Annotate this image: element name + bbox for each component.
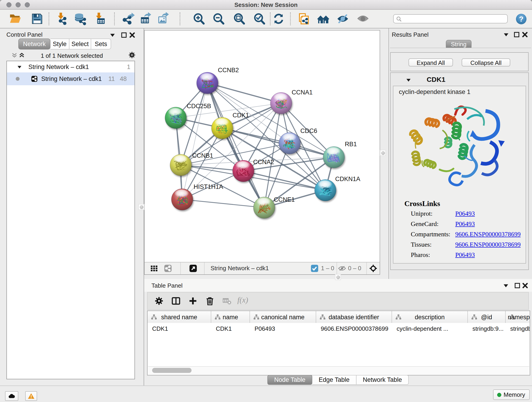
network-row[interactable]: String Network – cdk1 11 48 (7, 72, 134, 85)
tab-network-table[interactable]: Network Table (356, 375, 409, 385)
first-neighbors-icon[interactable] (317, 12, 330, 25)
float-panel-icon[interactable] (109, 32, 115, 38)
column-header-namespace[interactable]: namespace (506, 311, 530, 323)
crosslink-link[interactable]: P06493 (455, 251, 475, 259)
function-builder-button[interactable]: f(x) (237, 296, 248, 304)
tab-string[interactable]: String (446, 40, 472, 48)
expand-all-button[interactable]: Expand All (409, 58, 453, 66)
warning-button[interactable] (25, 391, 37, 401)
selected-checkbox-icon[interactable] (311, 264, 318, 272)
show-all-icon[interactable] (356, 12, 369, 25)
save-session-icon[interactable] (31, 12, 44, 25)
table-toolbar: f(x) (147, 292, 529, 310)
right-splitter-handle[interactable] (380, 150, 386, 156)
export-view-icon[interactable] (189, 264, 197, 272)
cloud-button[interactable] (5, 391, 18, 401)
column-header-label: database identifier (316, 314, 392, 321)
column-header-shared-name[interactable]: shared name (147, 311, 211, 323)
grid-view-icon[interactable] (150, 264, 158, 272)
left-splitter-handle[interactable] (138, 204, 144, 210)
table-row[interactable]: CDK1CDK1P064939606.ENSP00000378699cyclin… (147, 323, 530, 334)
import-network-database-icon[interactable] (74, 12, 87, 25)
column-header-canonical-name[interactable]: canonical name (250, 311, 316, 323)
export-network-icon[interactable] (122, 12, 135, 25)
table-cell[interactable]: stringdb (510, 325, 530, 332)
crosshair-icon[interactable] (369, 264, 377, 272)
network-view-title: String Network – cdk1 (210, 265, 269, 272)
crosslink-link[interactable]: P06493 (455, 220, 475, 228)
toolbar-separator (336, 262, 337, 274)
maximize-table-icon[interactable] (514, 283, 520, 288)
tab-edge-table[interactable]: Edge Table (312, 375, 356, 385)
network-graph[interactable]: CCNB2CCNA1CDC25BCDK1CDC6RB1CCNB1CCNA2CDK… (145, 31, 380, 262)
title-bar[interactable]: Session: New Session (0, 0, 532, 10)
birds-eye-icon[interactable] (164, 264, 172, 272)
tab-select[interactable]: Select (70, 38, 91, 50)
column-header-description[interactable]: description (392, 311, 468, 323)
float-table-icon[interactable] (503, 283, 509, 288)
column-header-name[interactable]: name (211, 311, 250, 323)
column-header--id[interactable]: @id (468, 311, 506, 323)
hidden-eye-icon[interactable] (338, 264, 346, 272)
crosslink-link[interactable]: 9606.ENSP00000378699 (455, 230, 520, 238)
columns-icon[interactable] (171, 296, 181, 306)
hide-selected-icon[interactable] (336, 12, 349, 25)
table-cell[interactable]: stringdb:9... (472, 325, 505, 332)
table-cell[interactable]: CDK1 (152, 325, 211, 332)
export-image-icon[interactable] (157, 12, 170, 25)
tab-sets[interactable]: Sets (91, 38, 111, 50)
open-file-icon[interactable] (9, 12, 22, 25)
import-table-icon[interactable] (94, 12, 106, 25)
table-cell[interactable]: cyclin-dependent ... (397, 325, 467, 332)
import-network-icon[interactable] (56, 12, 68, 25)
search-input[interactable] (393, 14, 508, 23)
table-hscrollbar[interactable] (148, 366, 529, 375)
table-panel-header: Table Panel (144, 279, 532, 292)
tab-style[interactable]: Style (51, 38, 70, 50)
network-options-gear-icon[interactable] (128, 51, 136, 59)
maximize-results-icon[interactable] (514, 32, 520, 38)
maximize-panel-icon[interactable] (121, 32, 127, 38)
svg-text:CCNE1: CCNE1 (274, 196, 295, 203)
network-collection-row[interactable]: String Network – cdk1 1 (7, 61, 134, 72)
table-cell[interactable]: P06493 (254, 325, 316, 332)
gear-icon[interactable] (154, 296, 164, 306)
gene-header[interactable]: CDK1 (391, 73, 528, 86)
float-results-icon[interactable] (503, 32, 509, 38)
table-header-row: shared name name canonical name database… (147, 311, 530, 323)
crosslink-link[interactable]: 9606.ENSP00000378699 (455, 241, 520, 248)
column-header-database-identifier[interactable]: database identifier (316, 311, 392, 323)
close-panel-icon[interactable] (129, 32, 135, 38)
crosslink-link[interactable]: P06493 (455, 210, 475, 217)
collapse-all-button[interactable]: Collapse All (462, 58, 510, 66)
refresh-icon[interactable] (272, 12, 285, 25)
control-panel-title: Control Panel (6, 31, 43, 38)
gene-details: cyclin-dependent kinase 1 (393, 86, 526, 264)
tab-node-table[interactable]: Node Table (267, 375, 312, 385)
crosslink-label: Compartments: (411, 230, 450, 238)
crosslink-row: Pharos:P06493 (411, 251, 524, 262)
network-view[interactable]: CCNB2CCNA1CDC25BCDK1CDC6RB1CCNB1CCNA2CDK… (144, 30, 380, 275)
table-cell[interactable]: CDK1 (216, 325, 249, 332)
zoom-out-icon[interactable] (212, 12, 225, 25)
hidden-count: 0 – 0 (348, 265, 361, 272)
zoom-fit-icon[interactable] (233, 12, 246, 25)
tab-network[interactable]: Network (18, 38, 51, 50)
node-table[interactable]: shared name name canonical name database… (147, 311, 530, 375)
close-results-icon[interactable] (522, 32, 528, 38)
delete-column-icon[interactable] (205, 296, 215, 306)
scrollbar-thumb[interactable] (152, 368, 191, 373)
zoom-in-icon[interactable] (192, 12, 205, 25)
column-header-label: canonical name (250, 314, 316, 321)
help-icon[interactable]: ? (516, 14, 526, 24)
bottom-splitter-handle[interactable] (335, 274, 341, 280)
add-column-icon[interactable] (188, 296, 197, 306)
collapse-triangle-icon[interactable] (17, 64, 22, 70)
zoom-selected-icon[interactable] (253, 12, 266, 25)
export-table-icon[interactable] (139, 12, 152, 25)
svg-text:CCNA2: CCNA2 (253, 159, 274, 166)
table-cell[interactable]: 9606.ENSP00000378699 (321, 325, 392, 332)
copy-style-icon[interactable] (298, 12, 311, 25)
close-table-icon[interactable] (522, 283, 528, 288)
memory-button[interactable]: Memory (493, 389, 530, 400)
